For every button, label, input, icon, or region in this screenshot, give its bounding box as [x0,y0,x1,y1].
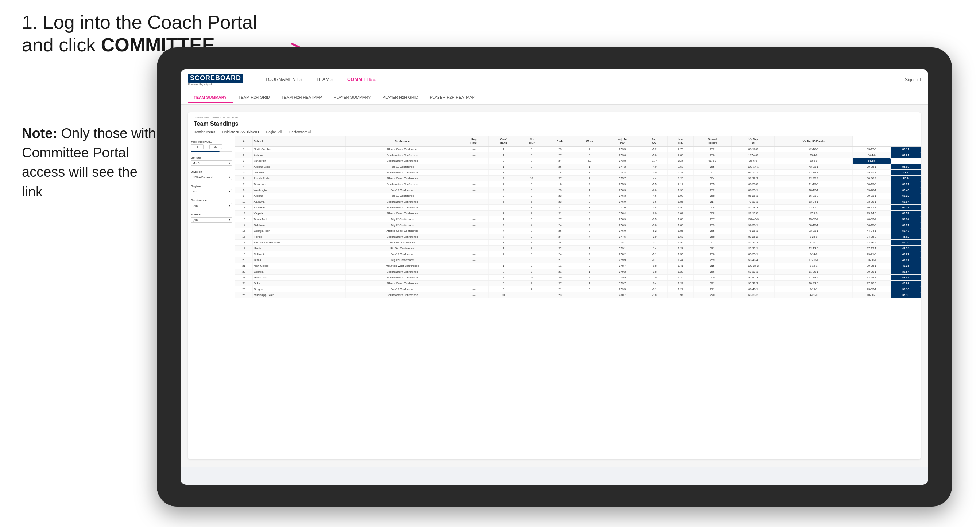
col-adj-to-par: Adj. ToPar [604,136,641,146]
sub-nav-team-h2h-heatmap[interactable]: TEAM H2H HEATMAP [276,92,328,103]
table-cell: 268 [693,211,732,216]
table-cell: 42-16-0 [775,146,852,152]
table-cell: 49.25 [891,263,921,269]
table-cell: 273.6 [604,152,641,158]
table-cell: 30 [545,275,575,281]
table-cell: 4 [235,164,252,170]
table-cell: 9 [518,240,545,246]
table-cell: 26 [545,164,575,170]
standings-table: # School Conference RegRank ConfRank NoT… [235,136,921,298]
sub-nav-player-summary[interactable]: PLAYER SUMMARY [328,92,377,103]
table-cell: 2.70 [668,146,693,152]
table-cell: — [459,292,489,298]
table-cell: -3.5 [641,216,668,222]
min-rounds-min-input[interactable]: 4 [191,144,204,149]
table-row: 11ArkansasSoutheastern Conference—682332… [235,205,921,211]
conference-select[interactable]: (All) ▾ [191,203,232,208]
table-cell: 43-23-1 [775,164,852,170]
table-cell: 258 [693,234,732,240]
table-cell: 2 [575,181,604,187]
table-cell: 2 [489,187,518,193]
sub-nav-player-h2h-grid[interactable]: PLAYER H2H GRID [377,92,424,103]
table-cell: -4.6 [641,193,668,199]
table-cell: 9-19-1 [775,286,852,292]
table-cell: 26 [545,228,575,234]
table-cell: 9 [518,146,545,152]
nav-tab-teams[interactable]: TEAMS [309,74,340,86]
table-cell: 82-18-3 [732,205,775,211]
table-row: 17East Tennessee StateSouthern Conferenc… [235,240,921,246]
table-cell: Pac-12 Conference [345,187,459,193]
sub-nav-player-h2h-heatmap[interactable]: PLAYER H2H HEATMAP [424,92,481,103]
table-cell: — [459,222,489,228]
gender-select[interactable]: Men's ▾ [191,160,232,166]
table-cell: 3 [489,170,518,176]
table-cell: 267 [693,216,732,222]
school-select[interactable]: (All) ▾ [191,217,232,223]
table-cell: 10 [489,292,518,298]
table-cell: 1.85 [668,228,693,234]
table-cell: 275.9 [604,181,641,187]
table-cell: 4 [575,193,604,199]
table-cell: 265 [693,228,732,234]
table-cell: 24-25-2 [852,234,891,240]
nav-tab-tournaments[interactable]: TOURNAMENTS [258,74,309,86]
table-cell: North Carolina [252,146,345,152]
table-cell: 2 [489,158,518,164]
table-cell: 6 [518,170,545,176]
table-cell: 6 [489,205,518,211]
table-cell: 1.98 [668,187,693,193]
table-cell: Atlantic Coast Conference [345,228,459,234]
table-cell: 12 [235,211,252,216]
region-select[interactable]: N/A ▾ [191,189,232,194]
filter-sidebar: Minimum Rou... 4 — 30 Gender [188,136,235,454]
table-row: 1North CarolinaAtlantic Coast Conference… [235,146,921,152]
logo-text: SCOREBOARD [188,74,243,83]
table-cell: 5 [575,240,604,246]
table-cell: 13-24-1 [775,199,852,205]
table-cell: 9 [518,216,545,222]
nav-tab-committee[interactable]: COMMITTEE [340,74,383,86]
table-cell: Florida [252,234,345,240]
table-row: 6Florida StateAtlantic Coast Conference—… [235,176,921,181]
table-cell: 8 [518,257,545,263]
table-cell: 3 [575,205,604,211]
table-cell: Big 12 Conference [345,257,459,263]
sub-nav-team-summary[interactable]: TEAM SUMMARY [188,92,233,103]
table-cell: 8 [518,193,545,199]
table-cell: 1 [489,240,518,246]
table-cell: 48.42 [891,275,921,281]
table-cell: — [459,263,489,269]
table-cell: 59-39-1 [732,269,775,275]
table-cell: 11 [235,205,252,211]
table-cell: Oklahoma [252,222,345,228]
table-cell: 268 [693,205,732,211]
main-nav: TOURNAMENTS TEAMS COMMITTEE [258,74,383,86]
tablet-screen: SCOREBOARD Powered by clippd TOURNAMENTS… [181,69,928,485]
table-cell: 23 [545,205,575,211]
table-cell: East Tennessee State [252,240,345,246]
table-row: 19CaliforniaPac-12 Conference—48242278.2… [235,251,921,257]
note-area: Note: Only those with Committee Portal a… [22,124,161,202]
table-cell: 15 [235,228,252,234]
table-body: 1North CarolinaAtlantic Coast Conference… [235,146,921,298]
table-cell: 0.97 [668,292,693,298]
division-select[interactable]: NCAA Division I ▾ [191,175,232,180]
table-cell: 3 [489,211,518,216]
table-cell: — [459,187,489,193]
table-cell: -0.7 [641,257,668,263]
table-cell: 9 [235,193,252,199]
table-cell: Big 12 Conference [345,222,459,228]
table-cell: 1 [575,281,604,286]
sub-nav-team-h2h-grid[interactable]: TEAM H2H GRID [233,92,276,103]
table-cell: -3.8 [641,205,668,211]
table-cell: 63-17-0 [852,146,891,152]
table-cell: 24 [545,222,575,228]
filter-group-division: Division NCAA Division I ▾ [191,170,232,180]
table-cell: 60.71 [891,205,921,211]
min-rounds-max-input[interactable]: 30 [209,144,222,149]
min-rounds-slider[interactable] [191,151,232,152]
table-cell: 8-14-0 [775,251,852,257]
sign-out-button[interactable]: Sign out [903,77,921,83]
table-cell: 27 [545,257,575,263]
